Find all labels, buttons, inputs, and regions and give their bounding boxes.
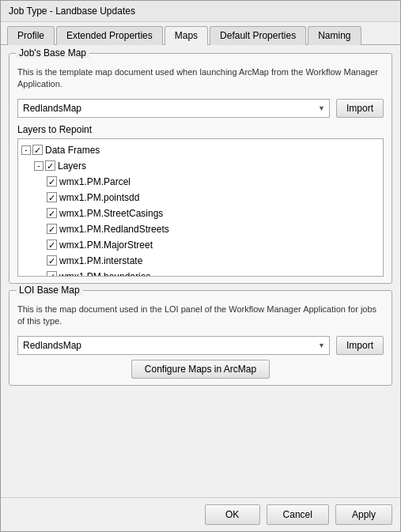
check-redlandstreets[interactable] (47, 224, 57, 234)
label-pointsdd: wmx1.PM.pointsdd (59, 191, 139, 205)
loi-base-map-title: LOI Base Map (16, 285, 83, 296)
jobs-base-map-group: Job's Base Map This is the template map … (9, 53, 392, 284)
layers-label: Layers to Repoint (17, 124, 384, 135)
tree-item-dataframes: - Data Frames (21, 142, 380, 158)
configure-btn-row: Configure Maps in ArcMap (17, 360, 384, 379)
jobs-map-select[interactable]: RedlandsMap (17, 99, 330, 118)
loi-map-select-row: RedlandsMap Import (17, 336, 384, 355)
label-boundaries: wmx1.PM.boundaries (59, 270, 150, 277)
check-parcel[interactable] (47, 176, 57, 187)
list-item: wmx1.PM.RedlandStreets (21, 221, 380, 237)
check-interstate[interactable] (47, 255, 57, 266)
list-item: wmx1.PM.pointsdd (21, 190, 380, 206)
loi-map-select[interactable]: RedlandsMap (17, 336, 330, 355)
check-pointsdd[interactable] (47, 192, 57, 202)
title-bar: Job Type - Landbase Updates (1, 1, 400, 22)
label-layers: Layers (58, 159, 86, 173)
configure-maps-button[interactable]: Configure Maps in ArcMap (131, 360, 270, 379)
jobs-base-map-title: Job's Base Map (16, 47, 89, 58)
list-item: wmx1.PM.MajorStreet (21, 237, 380, 253)
window-title: Job Type - Landbase Updates (9, 6, 135, 17)
label-redlandstreets: wmx1.PM.RedlandStreets (59, 222, 169, 236)
label-parcel: wmx1.PM.Parcel (59, 175, 131, 189)
layers-section: Layers to Repoint - Data Frames - Layers (17, 124, 384, 277)
main-window: Job Type - Landbase Updates Profile Exte… (0, 0, 401, 532)
loi-base-map-group: LOI Base Map This is the map document us… (9, 290, 392, 386)
list-item: wmx1.PM.StreetCasings (21, 206, 380, 221)
tree-item-layers: - Layers (21, 158, 380, 174)
tab-maps[interactable]: Maps (165, 26, 208, 45)
loi-base-map-desc: This is the map document used in the LOI… (17, 304, 384, 328)
tree-box[interactable]: - Data Frames - Layers (17, 138, 384, 277)
tab-extended-properties[interactable]: Extended Properties (56, 26, 163, 45)
tab-default-properties[interactable]: Default Properties (210, 26, 306, 45)
loi-map-select-wrapper: RedlandsMap (17, 336, 330, 355)
check-majorstreet[interactable] (47, 240, 57, 250)
apply-button[interactable]: Apply (335, 504, 392, 525)
expand-dataframes[interactable]: - (21, 145, 31, 155)
label-streetcasings: wmx1.PM.StreetCasings (59, 206, 163, 221)
label-dataframes: Data Frames (45, 143, 100, 157)
jobs-map-select-row: RedlandsMap Import (17, 99, 384, 118)
jobs-base-map-desc: This is the template map document used w… (17, 66, 384, 91)
tab-profile[interactable]: Profile (7, 26, 55, 45)
check-boundaries[interactable] (47, 271, 57, 277)
bottom-buttons: OK Cancel Apply (1, 497, 400, 531)
loi-import-button[interactable]: Import (336, 336, 384, 355)
check-layers[interactable] (45, 160, 55, 171)
cancel-button[interactable]: Cancel (267, 504, 329, 525)
list-item: wmx1.PM.Parcel (21, 174, 380, 190)
expand-layers[interactable]: - (34, 161, 44, 171)
jobs-map-select-wrapper: RedlandsMap (17, 99, 330, 118)
check-dataframes[interactable] (32, 145, 43, 155)
label-interstate: wmx1.PM.interstate (59, 254, 142, 268)
list-item: wmx1.PM.interstate (21, 253, 380, 269)
list-item: wmx1.PM.boundaries (21, 269, 380, 277)
ok-button[interactable]: OK (205, 504, 260, 525)
jobs-import-button[interactable]: Import (336, 99, 384, 118)
main-content: Job's Base Map This is the template map … (1, 45, 400, 497)
tabs-bar: Profile Extended Properties Maps Default… (1, 22, 400, 45)
label-majorstreet: wmx1.PM.MajorStreet (59, 238, 153, 252)
check-streetcasings[interactable] (47, 208, 57, 218)
tab-naming[interactable]: Naming (308, 26, 361, 45)
